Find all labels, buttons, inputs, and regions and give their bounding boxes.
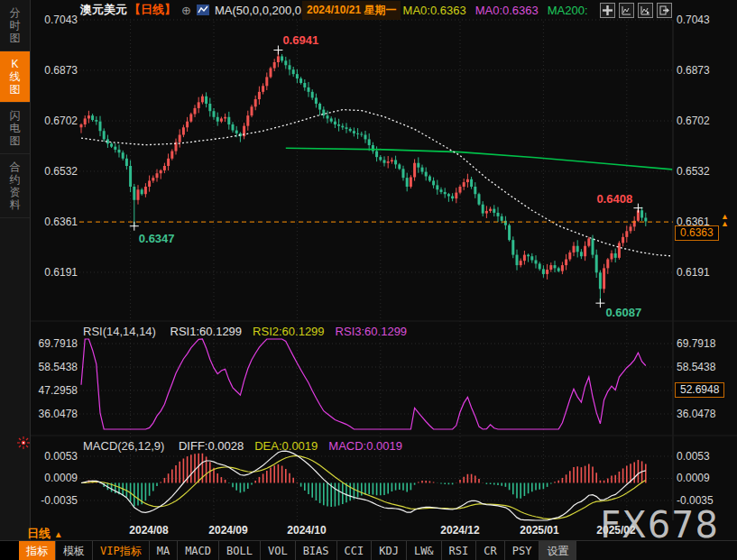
annotation-price-label: 0.6087 bbox=[605, 306, 641, 319]
toolbar-item-rsi[interactable]: RSI bbox=[442, 541, 477, 560]
chart-plot-area[interactable]: 0.69410.63470.64080.6087 bbox=[0, 0, 737, 560]
ma-segment-3: MA0:0.6363 bbox=[403, 4, 466, 17]
play-axis-icon[interactable] bbox=[638, 3, 653, 18]
price-axis-left: 0.6361 bbox=[34, 216, 78, 228]
price-axis-left: 0.6873 bbox=[34, 64, 78, 77]
refresh-blink-icon bbox=[17, 436, 30, 449]
ma-segment-4: MA0:0.6363 bbox=[475, 4, 539, 17]
timeframe-label: 日线 bbox=[27, 527, 51, 540]
toolbar-item-bias[interactable]: BIAS bbox=[296, 541, 337, 560]
move-icon[interactable] bbox=[600, 3, 615, 18]
price-axis-left: 0.6702 bbox=[34, 115, 78, 127]
export-panel-icon[interactable] bbox=[657, 3, 672, 18]
rsi-axis-right: 69.7918 bbox=[677, 337, 715, 350]
sidebar-tab-4[interactable]: 合约资料 bbox=[0, 154, 30, 218]
ma200-line bbox=[286, 148, 672, 170]
price-axis-right: 0.6873 bbox=[677, 64, 710, 77]
annotation-price-label: 0.6347 bbox=[139, 232, 175, 245]
price-axis-right: 0.6702 bbox=[677, 115, 710, 127]
toolbar-spacer bbox=[0, 541, 19, 560]
toolbar-item-ma[interactable]: MA bbox=[150, 541, 178, 560]
symbol-title: 澳元美元 bbox=[80, 2, 127, 18]
price-annotation: 0.6408 bbox=[596, 192, 642, 213]
selected-date-highlight: 2024/10/21 星期一 bbox=[302, 1, 401, 20]
toolbar-item-boll[interactable]: BOLL bbox=[219, 541, 261, 560]
date-label: 2024/12 bbox=[440, 524, 479, 537]
toolbar-item-vol[interactable]: VOL bbox=[261, 541, 296, 560]
rsi-axis-right: 58.5438 bbox=[677, 361, 715, 373]
rsi-axis-right: 36.0478 bbox=[677, 408, 715, 420]
rsi-line bbox=[81, 339, 646, 429]
toolbar-item-lw[interactable]: LW& bbox=[407, 541, 442, 560]
ma-segment-5: MA200: bbox=[548, 4, 588, 17]
date-label: 2024/09 bbox=[208, 524, 247, 537]
expand-icon[interactable]: ⊕ bbox=[181, 4, 191, 17]
rsi-axis-left: 36.0478 bbox=[34, 408, 78, 420]
toolbar-item-[interactable]: 指标 bbox=[19, 541, 56, 560]
macd-series-label-1: DIFF:0.0028 bbox=[179, 439, 244, 453]
annotation-price-label: 0.6941 bbox=[282, 33, 318, 47]
date-label: 2024/10 bbox=[287, 524, 326, 537]
chart-application: 0.69410.63470.64080.6087 分时图K线图闪电图合约资料 澳… bbox=[0, 0, 737, 560]
rsi-panel-title: RSI(14,14,14) RSI1:60.1299RSI2:60.1299RS… bbox=[83, 325, 418, 338]
ma-indicator-values: MA(50,0,0,200,0,0)MA50:0.6263MA0:0.6363M… bbox=[215, 4, 597, 17]
rsi-series-label-1: RSI1:60.1299 bbox=[170, 325, 243, 338]
scale-axis-icon[interactable] bbox=[619, 3, 634, 18]
sidebar-tab-1[interactable]: 分时图 bbox=[0, 0, 30, 51]
toolbar-item-kdj[interactable]: KDJ bbox=[372, 541, 407, 560]
rsi-series-values: RSI1:60.1299RSI2:60.1299RSI3:60.1299 bbox=[170, 325, 419, 338]
sidebar-tab-2[interactable]: K线图 bbox=[0, 51, 30, 103]
toolbar-item-psy[interactable]: PSY bbox=[505, 541, 540, 560]
chart-style-icon[interactable] bbox=[197, 5, 209, 15]
rsi-series-label-3: RSI3:60.1299 bbox=[336, 325, 408, 338]
price-axis-right: 0.6532 bbox=[677, 165, 710, 178]
sidebar-chart-modes: 分时图K线图闪电图合约资料 bbox=[0, 0, 31, 560]
period-tag: 【日线】 bbox=[129, 2, 176, 18]
last-price-badge: 0.6363 bbox=[675, 225, 719, 241]
macd-series-label-2: DEA:0.0019 bbox=[254, 439, 318, 453]
chart-window-controls bbox=[600, 3, 672, 18]
toolbar-item-cci[interactable]: CCI bbox=[337, 541, 373, 560]
price-annotation: 0.6941 bbox=[273, 33, 318, 55]
macd-axis-left: 0.0009 bbox=[34, 472, 78, 484]
macd-params: MACD(26,12,9) bbox=[83, 439, 164, 453]
candlestick-series bbox=[80, 50, 648, 304]
rsi-axis-left: 58.5438 bbox=[34, 361, 78, 373]
toolbar-item-[interactable]: 模板 bbox=[56, 541, 93, 560]
rsi-axis-left: 47.2958 bbox=[34, 384, 78, 397]
toolbar-item-vip[interactable]: VIP指标 bbox=[93, 541, 150, 560]
chevron-up-icon: ▲ bbox=[54, 529, 63, 539]
rsi-crosshair-badge: 52.6948 bbox=[675, 382, 724, 398]
macd-axis-left: 0.0053 bbox=[34, 450, 78, 463]
date-label: 2025/01 bbox=[520, 524, 558, 537]
ma-segment-1: MA(50,0,0,200,0,0) bbox=[215, 4, 315, 17]
price-axis-right: 0.7043 bbox=[677, 14, 710, 26]
rsi-series-label-2: RSI2:60.1299 bbox=[253, 325, 325, 338]
rsi-params: RSI(14,14,14) bbox=[83, 325, 156, 338]
price-axis-right: 0.6191 bbox=[677, 266, 710, 279]
annotation-price-label: 0.6408 bbox=[596, 192, 632, 206]
macd-series-values: DIFF:0.0028DEA:0.0019MACD:0.0019 bbox=[179, 439, 413, 453]
toolbar-item-macd[interactable]: MACD bbox=[178, 541, 219, 560]
price-axis-left: 0.6532 bbox=[34, 165, 78, 178]
sidebar-tab-3[interactable]: 闪电图 bbox=[0, 103, 30, 154]
rsi-axis-left: 69.7918 bbox=[34, 337, 78, 350]
macd-series-label-3: MACD:0.0019 bbox=[328, 439, 402, 453]
macd-axis-right: 0.0009 bbox=[677, 472, 710, 484]
toolbar-item-[interactable]: 设置 bbox=[539, 541, 576, 560]
macd-diff-line bbox=[81, 451, 646, 520]
macd-histogram bbox=[81, 454, 646, 507]
price-annotation: 0.6347 bbox=[130, 222, 175, 245]
price-axis-left: 0.6191 bbox=[34, 266, 78, 279]
toolbar-item-cr[interactable]: CR bbox=[476, 541, 504, 560]
price-alert-icon[interactable]: ▲▲ bbox=[721, 213, 729, 227]
macd-axis-left: -0.0035 bbox=[34, 494, 78, 507]
fx678-watermark: FX678 bbox=[600, 504, 719, 546]
price-annotation: 0.6087 bbox=[595, 298, 641, 319]
macd-dea-line bbox=[81, 456, 646, 519]
macd-axis-right: 0.0053 bbox=[677, 450, 710, 463]
macd-panel-title: MACD(26,12,9) DIFF:0.0028DEA:0.0019MACD:… bbox=[83, 439, 413, 453]
date-label: 2024/08 bbox=[129, 524, 168, 537]
